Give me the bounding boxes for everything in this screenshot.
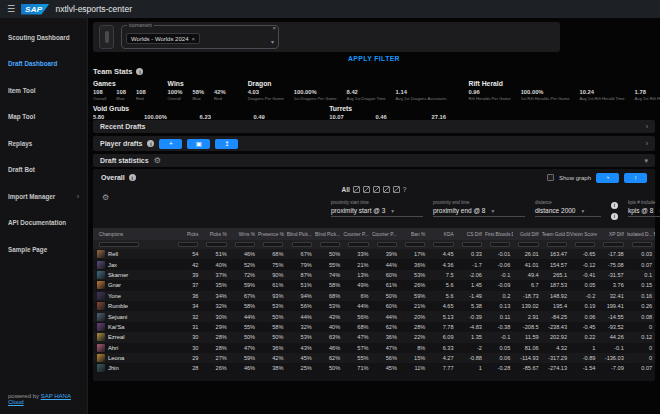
sort-icon[interactable]: ⇅: [653, 231, 655, 237]
column-filter-input-counter-p[interactable]: [348, 242, 368, 247]
table-row[interactable]: Rell5451%46%68%67%50%33%39%17%4.450.33-0…: [93, 249, 655, 259]
role-mid-icon[interactable]: [373, 186, 380, 193]
column-header-isolated-d[interactable]: Isolated D...⇅: [627, 231, 655, 237]
upload-draft-button[interactable]: ↥: [215, 139, 238, 149]
sidebar-item-draft-dashboard[interactable]: Draft Dashboard: [0, 51, 87, 78]
table-row[interactable]: Leona2927%59%42%45%62%55%56%15%4.27-0.88…: [93, 353, 655, 363]
column-filter-input-xp-diff[interactable]: [603, 242, 623, 247]
tournament-select[interactable]: tournament × Worlds - Worlds 2024 × ▾: [121, 25, 279, 49]
column-header-champions[interactable]: Champions: [93, 232, 173, 237]
column-header-first-bloods-diff[interactable]: First Bloods Diff: [485, 232, 513, 237]
info-icon[interactable]: i: [136, 68, 143, 75]
cell: -0.28: [485, 365, 513, 371]
show-graph-checkbox[interactable]: [547, 174, 554, 181]
clear-field-icon[interactable]: ×: [272, 25, 276, 31]
role-top-icon[interactable]: [353, 186, 360, 193]
column-header-wins[interactable]: Wins %: [230, 232, 258, 237]
menu-icon[interactable]: ☰: [7, 4, 15, 14]
table-row[interactable]: Jhin2826%46%38%25%50%71%45%11%7.771-0.28…: [93, 363, 655, 373]
info-icon[interactable]: i: [129, 174, 136, 181]
table-row[interactable]: Sejuani3230%44%50%44%43%56%44%20%5.13-0.…: [93, 311, 655, 321]
column-header-vision-score-diff[interactable]: Vision Score Diff: [570, 232, 598, 237]
recent-drafts-section-header[interactable]: Recent Drafts ›: [93, 120, 655, 133]
role-support-icon[interactable]: [393, 186, 400, 193]
help-icon[interactable]: ?: [403, 186, 407, 193]
draft-statistics-section-header[interactable]: Draft statistics ⚙ ▾: [93, 154, 655, 167]
column-header-blind-pick[interactable]: Blind Pick...: [286, 232, 314, 237]
column-header-ban[interactable]: Ban %: [400, 232, 428, 237]
sidebar-item-draft-bot[interactable]: Draft Bot: [0, 157, 87, 184]
dropdown-distance[interactable]: distancedistance 2000▾: [535, 200, 601, 217]
gear-icon[interactable]: ⚙: [154, 156, 161, 165]
dropdown-kpis-include[interactable]: kpis # includekpis @ 8▾: [628, 200, 660, 217]
column-header-counter-p[interactable]: Counter P...: [343, 232, 371, 237]
overall-tab[interactable]: Overall: [101, 174, 125, 181]
column-header-cs-diff[interactable]: CS Diff: [457, 232, 485, 237]
column-filter-input-blind-pick[interactable]: [320, 242, 340, 247]
sidebar-item-item-tool[interactable]: Item Tool: [0, 77, 87, 104]
column-header-blind-pick[interactable]: Blind Pick...: [315, 232, 343, 237]
info-icon[interactable]: i: [147, 140, 154, 147]
role-bot-icon[interactable]: [383, 186, 390, 193]
sidebar-item-import-manager[interactable]: Import Manager›: [0, 183, 87, 210]
column-header-gold-diff[interactable]: Gold Diff: [513, 232, 541, 237]
column-filter-input-vision-score-diff[interactable]: [575, 242, 595, 247]
apply-filter-button[interactable]: APPLY FILTER: [88, 55, 660, 62]
filter-drag-handle[interactable]: [99, 25, 114, 49]
sidebar-item-map-tool[interactable]: Map Tool: [0, 104, 87, 131]
column-header-team-gold-diff[interactable]: Team Gold Diff: [542, 232, 570, 237]
table-row[interactable]: Skarner3937%72%90%87%74%13%60%53%7.5-2.0…: [93, 270, 655, 280]
column-filter-input-team-gold-diff[interactable]: [547, 242, 567, 247]
stat-label: Avg 1st Rift Herald Time: [580, 96, 625, 101]
column-filter-input-picks[interactable]: [178, 242, 198, 247]
chevron-down-icon[interactable]: ▾: [644, 157, 648, 165]
column-header-picks[interactable]: Picks: [173, 232, 201, 237]
column-filter-input-kda[interactable]: [433, 242, 453, 247]
dropdown-proximity-start-time[interactable]: proximity start timeproximity start @ 3▾: [331, 200, 423, 217]
column-filter-input-wins[interactable]: [235, 242, 255, 247]
column-header-xp-diff[interactable]: XP Diff: [598, 232, 626, 237]
pie-chart-button[interactable]: ◔: [596, 173, 619, 183]
table-row[interactable]: Jax4240%52%75%79%55%21%44%36%4.36-1.7-0.…: [93, 259, 655, 269]
sidebar-item-replays[interactable]: Replays: [0, 130, 87, 157]
table-row[interactable]: Gnar3735%59%61%51%58%49%61%26%5.61.45-0.…: [93, 280, 655, 290]
info-icon[interactable]: i: [611, 213, 618, 220]
table-row[interactable]: Rumble3432%58%53%56%53%44%60%21%4.655.38…: [93, 301, 655, 311]
column-filter-input-first-bloods-diff[interactable]: [490, 242, 510, 247]
column-filter-input-counter-p[interactable]: [377, 242, 397, 247]
column-header-picks[interactable]: Picks %: [201, 232, 229, 237]
column-filter-input-champions[interactable]: [99, 242, 139, 247]
sidebar-item-scouting-dashboard[interactable]: Scouting Dashboard: [0, 24, 87, 51]
table-row[interactable]: Ahri3028%47%36%43%46%57%47%8%6.33-20.058…: [93, 343, 655, 353]
chevron-right-icon[interactable]: ›: [646, 140, 648, 147]
column-filter-input-presence[interactable]: [263, 242, 283, 247]
column-filter-input-picks[interactable]: [206, 242, 226, 247]
column-filter-input-blind-pick[interactable]: [292, 242, 312, 247]
tournament-chip[interactable]: Worlds - Worlds 2024 ×: [126, 33, 200, 44]
column-filter-input-isolated-d[interactable]: [632, 242, 652, 247]
column-filter-input-gold-diff[interactable]: [518, 242, 538, 247]
column-header-kda[interactable]: KDA: [428, 232, 456, 237]
gear-icon[interactable]: ⚙: [102, 193, 109, 202]
sidebar-item-api-documentation[interactable]: API Documentation: [0, 210, 87, 237]
add-draft-button[interactable]: +: [159, 139, 182, 149]
save-draft-button[interactable]: ▣: [187, 139, 210, 149]
info-icon[interactable]: i: [611, 202, 618, 209]
column-header-counter-p[interactable]: Counter P...: [372, 232, 400, 237]
table-row[interactable]: Yone3634%67%93%94%68%6%50%59%5.6-1.490.2…: [93, 291, 655, 301]
chevron-down-icon[interactable]: ▾: [271, 38, 274, 45]
column-filter-input-ban[interactable]: [405, 242, 425, 247]
dropdown-proximity-end-time[interactable]: proximity end timeproximity end @ 8▾: [433, 200, 525, 217]
table-row[interactable]: Kai'Sa3129%55%58%32%40%68%62%28%7.78-4.8…: [93, 322, 655, 332]
cell: 32.41: [598, 293, 626, 299]
column-filter-input-cs-diff[interactable]: [462, 242, 482, 247]
player-drafts-section-header[interactable]: Player drafts i + ▣ ↥ ›: [93, 136, 655, 151]
role-all-button[interactable]: All: [342, 186, 350, 193]
chevron-right-icon[interactable]: ›: [646, 123, 648, 130]
role-jungle-icon[interactable]: [363, 186, 370, 193]
table-row[interactable]: Ezreal3028%50%50%53%63%47%36%22%6.091.35…: [93, 332, 655, 342]
chip-remove-icon[interactable]: ×: [191, 36, 195, 42]
export-button[interactable]: ↑: [624, 173, 647, 183]
column-header-presence[interactable]: Presence %: [258, 232, 286, 237]
sidebar-item-sample-page[interactable]: Sample Page: [0, 236, 87, 263]
